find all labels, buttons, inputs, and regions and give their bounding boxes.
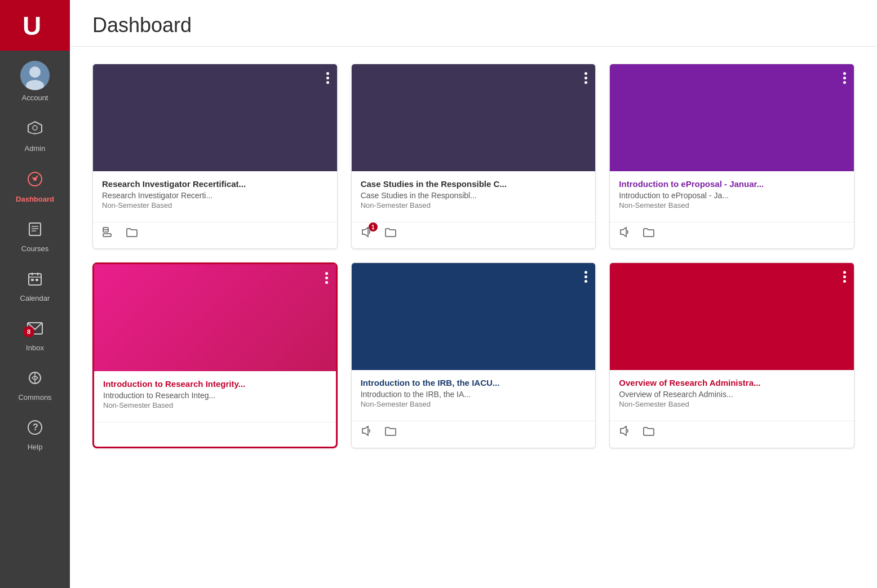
card-title-1: Research Investigator Recertificat... (102, 179, 328, 189)
svg-point-4 (33, 126, 37, 130)
folder-icon-3[interactable] (643, 226, 655, 242)
card-image-4 (94, 264, 336, 371)
folder-icon-2[interactable] (384, 226, 397, 242)
card-footer-2: 1 (352, 222, 596, 248)
sidebar: U Account Admin (0, 0, 70, 588)
edit-icon-1[interactable] (102, 226, 114, 242)
card-image-1 (93, 64, 337, 171)
help-icon: ? (27, 420, 43, 439)
sidebar-item-inbox[interactable]: 8 Inbox (0, 310, 70, 360)
sidebar-label-inbox: Inbox (26, 344, 44, 352)
course-card-5[interactable]: Introduction to the IRB, the IACU... Int… (351, 262, 596, 448)
card-title-5: Introduction to the IRB, the IACU... (361, 378, 587, 387)
dashboard-icon (26, 171, 43, 191)
dashboard-header: Dashboard (70, 0, 877, 47)
sidebar-item-admin[interactable]: Admin (0, 110, 70, 161)
sidebar-item-dashboard[interactable]: Dashboard (0, 161, 70, 211)
sidebar-label-dashboard: Dashboard (16, 195, 54, 203)
sidebar-label-admin: Admin (25, 144, 46, 153)
card-image-2 (352, 64, 596, 171)
course-card-1[interactable]: Research Investigator Recertificat... Re… (92, 64, 338, 249)
card-menu-button-1[interactable] (324, 70, 331, 86)
folder-icon-6[interactable] (643, 425, 655, 440)
commons-icon (26, 370, 43, 390)
svg-text:U: U (23, 11, 41, 41)
card-body-2: Case Studies in the Responsible C... Cas… (352, 171, 596, 219)
admin-icon (26, 120, 43, 141)
announce-icon-6[interactable] (619, 425, 631, 440)
sidebar-item-help[interactable]: ? Help (0, 409, 70, 459)
card-subtitle-1: Research Investigator Recerti... (102, 191, 328, 200)
card-title-6: Overview of Research Administra... (619, 378, 845, 387)
inbox-badge: 8 (23, 326, 34, 337)
svg-point-2 (29, 66, 41, 78)
svg-text:?: ? (33, 422, 38, 432)
card-term-1: Non-Semester Based (102, 201, 328, 210)
announce-badge-2: 1 (369, 222, 378, 231)
card-subtitle-4: Introduction to Research Integ... (103, 391, 327, 400)
announce-icon-3[interactable] (619, 226, 631, 242)
card-footer-5 (352, 421, 596, 447)
course-card-2[interactable]: Case Studies in the Responsible C... Cas… (351, 64, 596, 249)
svg-rect-17 (31, 279, 34, 281)
page-title: Dashboard (92, 14, 854, 37)
card-term-2: Non-Semester Based (361, 201, 587, 210)
card-menu-button-5[interactable] (582, 269, 590, 285)
card-body-1: Research Investigator Recertificat... Re… (93, 171, 337, 219)
card-body-5: Introduction to the IRB, the IACU... Int… (352, 370, 596, 417)
avatar (20, 61, 50, 90)
card-title-4: Introduction to Research Integrity... (103, 379, 327, 389)
card-body-6: Overview of Research Administra... Overv… (610, 370, 854, 417)
sidebar-item-courses[interactable]: Courses (0, 211, 70, 261)
announce-icon-5[interactable] (361, 425, 373, 440)
card-term-3: Non-Semester Based (619, 201, 845, 210)
card-menu-button-3[interactable] (841, 70, 848, 86)
card-menu-button-6[interactable] (841, 269, 848, 285)
sidebar-item-calendar[interactable]: Calendar (0, 261, 70, 310)
folder-icon-5[interactable] (384, 425, 397, 440)
course-cards-grid: Research Investigator Recertificat... Re… (70, 47, 877, 465)
card-menu-button-2[interactable] (582, 70, 590, 86)
main-content: Dashboard Research Investigator Recertif… (70, 0, 877, 588)
course-card-6[interactable]: Overview of Research Administra... Overv… (609, 262, 854, 448)
svg-rect-9 (29, 223, 41, 235)
card-body-4: Introduction to Research Integrity... In… (94, 371, 336, 418)
card-term-4: Non-Semester Based (103, 401, 327, 409)
card-subtitle-6: Overview of Research Adminis... (619, 390, 845, 399)
sidebar-label-account: Account (22, 93, 48, 102)
card-title-2: Case Studies in the Responsible C... (361, 179, 587, 189)
card-title-3: Introduction to eProposal - Januar... (619, 179, 845, 189)
sidebar-label-commons: Commons (18, 393, 51, 402)
calendar-icon (27, 271, 43, 291)
folder-icon-1[interactable] (126, 226, 138, 242)
sidebar-item-commons[interactable]: Commons (0, 360, 70, 409)
svg-rect-18 (36, 279, 38, 281)
sidebar-label-calendar: Calendar (20, 294, 50, 302)
card-footer-4 (94, 422, 336, 447)
card-image-5 (352, 263, 596, 370)
course-card-3[interactable]: Introduction to eProposal - Januar... In… (609, 64, 854, 249)
card-subtitle-5: Introduction to the IRB, the IA... (361, 390, 587, 399)
card-image-3 (610, 64, 854, 171)
card-term-6: Non-Semester Based (619, 400, 845, 408)
card-subtitle-2: Case Studies in the Responsibl... (361, 191, 587, 200)
announce-icon-2[interactable]: 1 (361, 226, 373, 242)
card-term-5: Non-Semester Based (361, 400, 587, 408)
card-menu-button-4[interactable] (323, 270, 330, 286)
sidebar-label-help: Help (28, 443, 43, 451)
card-footer-3 (610, 222, 854, 248)
courses-icon (27, 221, 43, 241)
sidebar-item-account[interactable]: Account (0, 51, 70, 110)
inbox-icon: 8 (26, 320, 43, 340)
svg-rect-24 (103, 234, 111, 237)
card-body-3: Introduction to eProposal - Januar... In… (610, 171, 854, 219)
card-subtitle-3: Introduction to eProposal - Ja... (619, 191, 845, 200)
card-footer-6 (610, 421, 854, 447)
svg-rect-13 (29, 274, 41, 285)
course-card-4[interactable]: Introduction to Research Integrity... In… (92, 262, 338, 448)
university-logo[interactable]: U (0, 0, 70, 51)
sidebar-label-courses: Courses (21, 244, 48, 253)
card-image-6 (610, 263, 854, 370)
card-footer-1 (93, 222, 337, 248)
